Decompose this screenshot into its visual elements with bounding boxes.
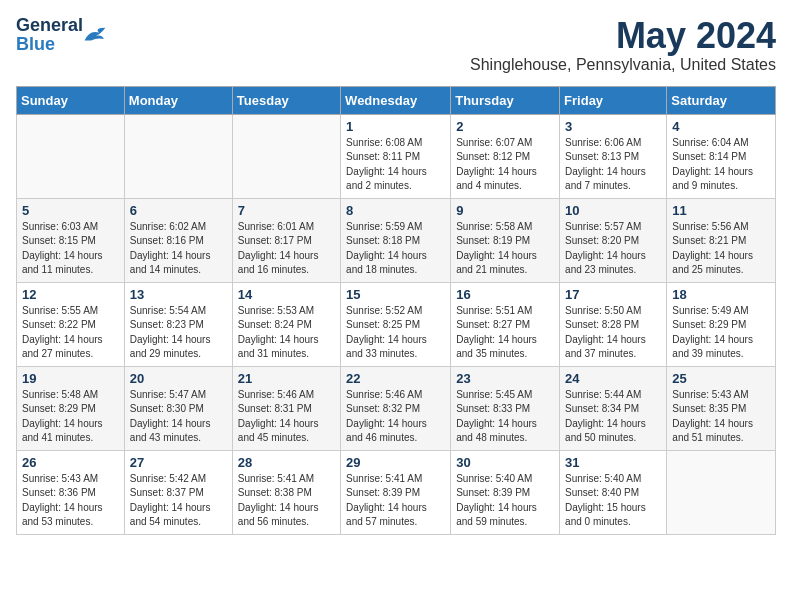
day-info: Sunrise: 5:40 AM Sunset: 8:39 PM Dayligh… xyxy=(456,472,554,530)
day-number: 13 xyxy=(130,287,227,302)
day-info: Sunrise: 6:07 AM Sunset: 8:12 PM Dayligh… xyxy=(456,136,554,194)
calendar-cell: 18Sunrise: 5:49 AM Sunset: 8:29 PM Dayli… xyxy=(667,282,776,366)
calendar-cell: 21Sunrise: 5:46 AM Sunset: 8:31 PM Dayli… xyxy=(232,366,340,450)
day-info: Sunrise: 6:04 AM Sunset: 8:14 PM Dayligh… xyxy=(672,136,770,194)
calendar-cell: 3Sunrise: 6:06 AM Sunset: 8:13 PM Daylig… xyxy=(560,114,667,198)
weekday-header-tuesday: Tuesday xyxy=(232,86,340,114)
day-number: 28 xyxy=(238,455,335,470)
calendar-cell: 7Sunrise: 6:01 AM Sunset: 8:17 PM Daylig… xyxy=(232,198,340,282)
day-number: 21 xyxy=(238,371,335,386)
day-number: 24 xyxy=(565,371,661,386)
weekday-header-wednesday: Wednesday xyxy=(341,86,451,114)
weekday-header-friday: Friday xyxy=(560,86,667,114)
calendar-cell: 19Sunrise: 5:48 AM Sunset: 8:29 PM Dayli… xyxy=(17,366,125,450)
day-number: 31 xyxy=(565,455,661,470)
calendar-cell: 9Sunrise: 5:58 AM Sunset: 8:19 PM Daylig… xyxy=(451,198,560,282)
day-number: 9 xyxy=(456,203,554,218)
calendar-cell: 11Sunrise: 5:56 AM Sunset: 8:21 PM Dayli… xyxy=(667,198,776,282)
day-info: Sunrise: 5:52 AM Sunset: 8:25 PM Dayligh… xyxy=(346,304,445,362)
month-title: May 2024 xyxy=(470,16,776,56)
calendar-cell: 13Sunrise: 5:54 AM Sunset: 8:23 PM Dayli… xyxy=(124,282,232,366)
calendar-week-row: 5Sunrise: 6:03 AM Sunset: 8:15 PM Daylig… xyxy=(17,198,776,282)
day-info: Sunrise: 5:40 AM Sunset: 8:40 PM Dayligh… xyxy=(565,472,661,530)
day-info: Sunrise: 6:01 AM Sunset: 8:17 PM Dayligh… xyxy=(238,220,335,278)
day-info: Sunrise: 5:46 AM Sunset: 8:31 PM Dayligh… xyxy=(238,388,335,446)
calendar-cell: 26Sunrise: 5:43 AM Sunset: 8:36 PM Dayli… xyxy=(17,450,125,534)
logo-bird-icon xyxy=(83,26,107,44)
day-number: 18 xyxy=(672,287,770,302)
day-number: 19 xyxy=(22,371,119,386)
day-number: 22 xyxy=(346,371,445,386)
day-info: Sunrise: 5:44 AM Sunset: 8:34 PM Dayligh… xyxy=(565,388,661,446)
day-number: 27 xyxy=(130,455,227,470)
calendar-cell: 1Sunrise: 6:08 AM Sunset: 8:11 PM Daylig… xyxy=(341,114,451,198)
day-info: Sunrise: 6:03 AM Sunset: 8:15 PM Dayligh… xyxy=(22,220,119,278)
calendar-cell: 12Sunrise: 5:55 AM Sunset: 8:22 PM Dayli… xyxy=(17,282,125,366)
day-info: Sunrise: 5:54 AM Sunset: 8:23 PM Dayligh… xyxy=(130,304,227,362)
day-info: Sunrise: 5:50 AM Sunset: 8:28 PM Dayligh… xyxy=(565,304,661,362)
day-number: 2 xyxy=(456,119,554,134)
calendar-cell: 28Sunrise: 5:41 AM Sunset: 8:38 PM Dayli… xyxy=(232,450,340,534)
day-info: Sunrise: 5:41 AM Sunset: 8:39 PM Dayligh… xyxy=(346,472,445,530)
page-header: General Blue May 2024 Shinglehouse, Penn… xyxy=(16,16,776,74)
day-info: Sunrise: 5:45 AM Sunset: 8:33 PM Dayligh… xyxy=(456,388,554,446)
calendar-week-row: 1Sunrise: 6:08 AM Sunset: 8:11 PM Daylig… xyxy=(17,114,776,198)
day-number: 29 xyxy=(346,455,445,470)
calendar-cell: 17Sunrise: 5:50 AM Sunset: 8:28 PM Dayli… xyxy=(560,282,667,366)
calendar-cell: 10Sunrise: 5:57 AM Sunset: 8:20 PM Dayli… xyxy=(560,198,667,282)
calendar-cell: 8Sunrise: 5:59 AM Sunset: 8:18 PM Daylig… xyxy=(341,198,451,282)
day-number: 10 xyxy=(565,203,661,218)
day-number: 16 xyxy=(456,287,554,302)
logo-general-text: General xyxy=(16,15,83,35)
day-number: 12 xyxy=(22,287,119,302)
calendar-cell: 4Sunrise: 6:04 AM Sunset: 8:14 PM Daylig… xyxy=(667,114,776,198)
calendar-cell: 30Sunrise: 5:40 AM Sunset: 8:39 PM Dayli… xyxy=(451,450,560,534)
day-info: Sunrise: 5:43 AM Sunset: 8:35 PM Dayligh… xyxy=(672,388,770,446)
calendar-cell xyxy=(232,114,340,198)
location-title: Shinglehouse, Pennsylvania, United State… xyxy=(470,56,776,74)
calendar-cell xyxy=(667,450,776,534)
day-info: Sunrise: 6:02 AM Sunset: 8:16 PM Dayligh… xyxy=(130,220,227,278)
day-number: 15 xyxy=(346,287,445,302)
day-number: 8 xyxy=(346,203,445,218)
weekday-header-saturday: Saturday xyxy=(667,86,776,114)
calendar-cell: 15Sunrise: 5:52 AM Sunset: 8:25 PM Dayli… xyxy=(341,282,451,366)
calendar-cell: 23Sunrise: 5:45 AM Sunset: 8:33 PM Dayli… xyxy=(451,366,560,450)
day-info: Sunrise: 6:08 AM Sunset: 8:11 PM Dayligh… xyxy=(346,136,445,194)
calendar-cell: 16Sunrise: 5:51 AM Sunset: 8:27 PM Dayli… xyxy=(451,282,560,366)
day-info: Sunrise: 5:42 AM Sunset: 8:37 PM Dayligh… xyxy=(130,472,227,530)
title-block: May 2024 Shinglehouse, Pennsylvania, Uni… xyxy=(470,16,776,74)
logo-blue-text: Blue xyxy=(16,34,55,54)
day-info: Sunrise: 5:57 AM Sunset: 8:20 PM Dayligh… xyxy=(565,220,661,278)
day-number: 1 xyxy=(346,119,445,134)
day-number: 23 xyxy=(456,371,554,386)
day-number: 11 xyxy=(672,203,770,218)
day-number: 30 xyxy=(456,455,554,470)
day-info: Sunrise: 5:53 AM Sunset: 8:24 PM Dayligh… xyxy=(238,304,335,362)
day-info: Sunrise: 5:55 AM Sunset: 8:22 PM Dayligh… xyxy=(22,304,119,362)
day-number: 25 xyxy=(672,371,770,386)
calendar-cell: 14Sunrise: 5:53 AM Sunset: 8:24 PM Dayli… xyxy=(232,282,340,366)
day-number: 3 xyxy=(565,119,661,134)
day-number: 20 xyxy=(130,371,227,386)
day-info: Sunrise: 5:46 AM Sunset: 8:32 PM Dayligh… xyxy=(346,388,445,446)
logo: General Blue xyxy=(16,16,107,54)
weekday-header-monday: Monday xyxy=(124,86,232,114)
day-info: Sunrise: 5:48 AM Sunset: 8:29 PM Dayligh… xyxy=(22,388,119,446)
day-info: Sunrise: 6:06 AM Sunset: 8:13 PM Dayligh… xyxy=(565,136,661,194)
calendar-cell: 29Sunrise: 5:41 AM Sunset: 8:39 PM Dayli… xyxy=(341,450,451,534)
day-number: 5 xyxy=(22,203,119,218)
day-number: 14 xyxy=(238,287,335,302)
calendar-cell: 2Sunrise: 6:07 AM Sunset: 8:12 PM Daylig… xyxy=(451,114,560,198)
calendar-week-row: 26Sunrise: 5:43 AM Sunset: 8:36 PM Dayli… xyxy=(17,450,776,534)
calendar-table: SundayMondayTuesdayWednesdayThursdayFrid… xyxy=(16,86,776,535)
calendar-cell xyxy=(124,114,232,198)
day-info: Sunrise: 5:51 AM Sunset: 8:27 PM Dayligh… xyxy=(456,304,554,362)
calendar-cell: 6Sunrise: 6:02 AM Sunset: 8:16 PM Daylig… xyxy=(124,198,232,282)
day-number: 4 xyxy=(672,119,770,134)
day-info: Sunrise: 5:49 AM Sunset: 8:29 PM Dayligh… xyxy=(672,304,770,362)
calendar-cell: 27Sunrise: 5:42 AM Sunset: 8:37 PM Dayli… xyxy=(124,450,232,534)
calendar-cell: 24Sunrise: 5:44 AM Sunset: 8:34 PM Dayli… xyxy=(560,366,667,450)
calendar-cell: 25Sunrise: 5:43 AM Sunset: 8:35 PM Dayli… xyxy=(667,366,776,450)
day-info: Sunrise: 5:47 AM Sunset: 8:30 PM Dayligh… xyxy=(130,388,227,446)
